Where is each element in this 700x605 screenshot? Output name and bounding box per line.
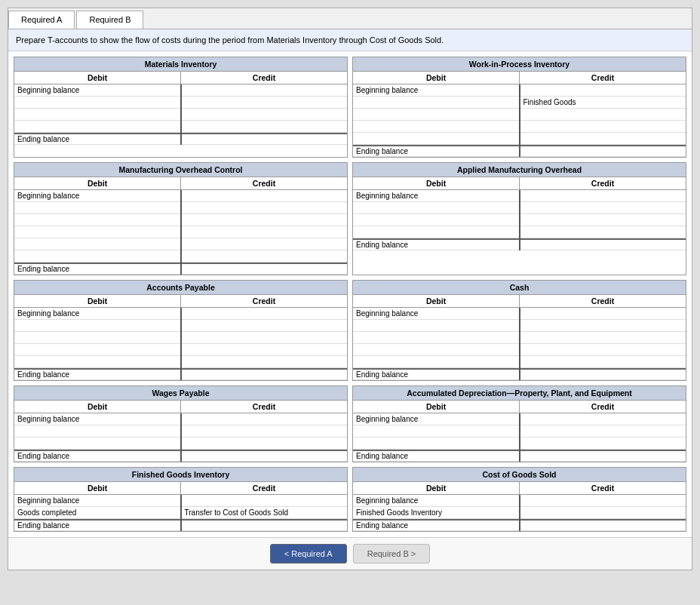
instruction-text: Prepare T-accounts to show the flow of c… [8, 29, 692, 51]
ta-cost-of-goods-sold: Cost of Goods Sold Debit Credit Beginnin… [352, 467, 686, 532]
ta-wages-payable: Wages Payable Debit Credit Beginning bal… [14, 385, 348, 462]
tab-required-a[interactable]: Required A [8, 11, 75, 29]
main-window: Required A Required B Prepare T-accounts… [8, 8, 692, 570]
ta-accounts-payable: Accounts Payable Debit Credit Beginning … [14, 280, 348, 381]
tab-required-b[interactable]: Required B [76, 11, 143, 29]
ta-accumulated-depreciation: Accumulated Depreciation—Property, Plant… [352, 385, 686, 462]
ta-work-in-process: Work-in-Process Inventory Debit Credit B… [352, 57, 686, 158]
tab-bar: Required A Required B [8, 8, 692, 29]
ta-cash: Cash Debit Credit Beginning balance Endi… [352, 280, 686, 381]
navigation-bar: < Required A Required B > [8, 537, 692, 570]
ta-finished-goods: Finished Goods Inventory Debit Credit Be… [14, 467, 348, 532]
prev-button[interactable]: < Required A [270, 544, 347, 564]
ta-materials-inventory: Materials Inventory Debit Credit Beginni… [14, 57, 348, 158]
ta-applied-manufacturing: Applied Manufacturing Overhead Debit Cre… [352, 162, 686, 275]
ta-manufacturing-overhead: Manufacturing Overhead Control Debit Cre… [14, 162, 348, 275]
next-button[interactable]: Required B > [353, 544, 431, 564]
taccounts-grid: Materials Inventory Debit Credit Beginni… [8, 51, 692, 537]
